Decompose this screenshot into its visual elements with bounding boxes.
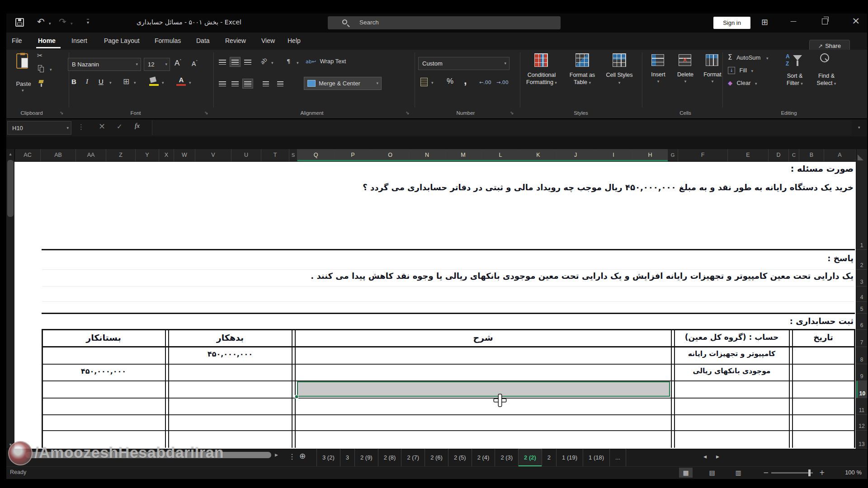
paste-button[interactable]: Paste ▾ [14,52,33,94]
column-header-I[interactable]: I [594,149,633,161]
conditional-formatting-button[interactable]: Conditional Formatting ▾ [523,52,561,103]
decrease-font-button[interactable]: A˅ [192,60,198,67]
delete-cells-button[interactable]: × Delete ▾ [673,53,698,103]
column-header-K[interactable]: K [520,149,557,161]
row-header-4[interactable]: 4 [856,286,867,302]
add-sheet-button[interactable]: ⊕ [299,451,306,460]
row-header-11[interactable]: 11 [856,398,867,415]
format-painter-button[interactable] [38,80,45,87]
align-middle-button[interactable] [230,57,241,67]
row-header-5[interactable]: 5 [856,302,867,314]
number-dialog-launcher-icon[interactable]: ⇘ [510,110,514,115]
redo-dropdown-icon[interactable]: ▾ [71,22,73,26]
row-header-12[interactable]: 12 [856,415,867,431]
insert-function-button[interactable]: fx [135,122,140,130]
alignment-dialog-launcher-icon[interactable]: ⇘ [406,110,409,115]
zoom-level[interactable]: 100 % [833,469,862,476]
column-header-D[interactable]: D [769,149,789,161]
column-header-X[interactable]: X [159,149,174,161]
column-header-G[interactable]: G [668,149,678,161]
autosum-button[interactable]: Σ AutoSum ▾ [728,53,778,63]
sheet-tab-1-19[interactable]: 1 (19) [557,449,583,466]
font-dialog-launcher-icon[interactable]: ⇘ [204,110,208,115]
account-name-row2[interactable]: موجودی بانکهای ریالی [675,367,788,375]
page-break-view-button[interactable]: ▥ [731,468,745,478]
tab-home[interactable]: Home [38,37,56,44]
accounting-format-button[interactable] [420,78,428,86]
column-header-P[interactable]: P [335,149,372,161]
font-color-button[interactable]: A [176,76,186,87]
tab-scroll-next-icon[interactable]: ▸ [716,453,719,460]
comma-style-button[interactable]: , [464,74,467,87]
bold-button[interactable]: B [71,78,76,85]
tab-review[interactable]: Review [225,37,246,44]
tab-data[interactable]: Data [196,37,210,44]
name-box[interactable]: H10 ▾ [7,121,71,135]
find-select-button[interactable]: Find & Select ▾ [812,52,841,103]
row-header-7[interactable]: 7 [856,330,867,347]
number-format-select[interactable]: Custom ▾ [418,57,509,70]
percent-style-button[interactable]: % [447,77,453,86]
formula-bar-expand-icon[interactable]: ▾ [858,126,860,130]
column-header-AB[interactable]: AB [41,149,76,161]
cancel-button[interactable]: × [99,121,105,131]
close-button[interactable]: × [852,15,860,26]
sheet-tab-2-5[interactable]: 2 (5) [448,449,472,466]
sheet-tab-2-7[interactable]: 2 (7) [401,449,425,466]
sheet-tab-2[interactable]: 2 [542,449,557,466]
copy-button[interactable] [38,65,45,72]
column-header-Z[interactable]: Z [106,149,136,161]
format-cells-button[interactable]: Format ▾ [700,53,725,103]
ribbon-display-options-icon[interactable]: ⊞ [761,17,768,27]
wrap-text-button[interactable]: ab↩ Wrap Text [306,57,364,68]
zoom-slider-track[interactable] [771,472,813,474]
column-header-AC[interactable]: AC [15,149,41,161]
font-size-select[interactable]: 12 ▾ [144,58,170,71]
name-box-splitter-icon[interactable]: ⋮ [78,123,85,131]
sheet-tab-3-2[interactable]: 3 (2) [317,449,340,466]
decrease-decimal-button[interactable]: →.00 [496,80,509,85]
fill-button[interactable]: ↓ Fill ▾ [728,66,764,76]
search-box[interactable]: Search [328,16,561,29]
scroll-up-icon[interactable]: ▴ [6,150,14,157]
tab-help[interactable]: Help [288,37,301,44]
select-all-corner[interactable] [856,149,867,162]
align-center-button[interactable] [230,79,241,89]
align-left-button[interactable] [217,79,228,89]
sign-in-button[interactable]: Sign in [713,17,750,29]
copy-dropdown-icon[interactable]: ▾ [50,68,52,72]
sheet-tab-2-6[interactable]: 2 (6) [425,449,448,466]
increase-font-button[interactable]: A˄ [175,59,181,68]
borders-dropdown-icon[interactable]: ▾ [134,81,136,85]
page-layout-view-button[interactable]: ▤ [705,468,719,478]
enter-button[interactable]: ✓ [117,122,123,131]
sheet-tab-2-8[interactable]: 2 (8) [378,449,402,466]
row-header-3[interactable]: 3 [856,270,867,286]
normal-view-button[interactable]: ▦ [679,468,693,478]
column-header-A[interactable]: A [824,149,856,161]
clipboard-dialog-launcher-icon[interactable]: ⇘ [60,110,63,115]
sheet-tab-2-4[interactable]: 2 (4) [472,449,495,466]
underline-button[interactable]: U [99,78,104,85]
sheet-grid[interactable] [14,162,856,449]
sheet-tab-2-2-active[interactable]: 2 (2) [519,449,542,466]
tab-page-layout[interactable]: Page Layout [104,37,140,44]
vertical-scrollbar-thumb[interactable] [7,160,14,217]
minimize-button[interactable]: — [790,17,797,24]
text-direction-button[interactable]: ¶ [287,58,290,65]
cut-button[interactable]: ✂ [37,52,43,60]
align-right-button[interactable] [242,79,253,89]
fill-handle[interactable] [295,395,298,399]
selected-cell[interactable] [297,381,670,397]
underline-dropdown-icon[interactable]: ▾ [109,81,112,85]
column-header-J[interactable]: J [557,149,594,161]
column-header-N[interactable]: N [409,149,445,161]
row-header-9[interactable]: 9 [856,364,867,381]
sheet-tab-3[interactable]: 3 [340,449,355,466]
clear-button[interactable]: ◆ Clear ▾ [728,79,769,89]
vertical-scrollbar[interactable]: ▴ ▾ [6,149,14,449]
row-header-1[interactable]: 1 [856,162,867,250]
tab-scroll-prev-icon[interactable]: ◂ [703,453,707,460]
fill-color-button[interactable] [149,77,159,87]
tab-insert[interactable]: Insert [71,37,87,44]
